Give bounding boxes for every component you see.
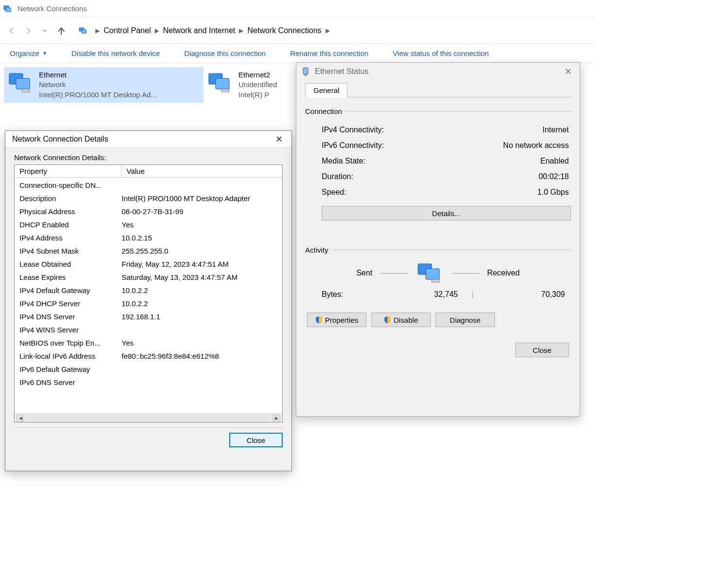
value-cell: 10.0.2.2 bbox=[122, 284, 277, 297]
adapter-status: Network bbox=[39, 80, 157, 90]
value-cell: fe80::bc25:96f3:8e84:e612%8 bbox=[122, 349, 277, 363]
value-cell bbox=[122, 363, 277, 376]
network-connections-icon bbox=[3, 4, 13, 14]
property-cell: Lease Expires bbox=[19, 271, 122, 284]
table-row[interactable]: IPv4 WINS Server bbox=[15, 323, 282, 336]
property-cell: IPv4 Subnet Mask bbox=[19, 244, 122, 257]
separator bbox=[14, 427, 283, 428]
network-connection-details-dialog: Network Connection Details ✕ Network Con… bbox=[5, 130, 292, 471]
nav-back-button[interactable] bbox=[5, 24, 18, 37]
table-row[interactable]: IPv4 DHCP Server10.0.2.2 bbox=[15, 297, 282, 310]
property-cell: Link-local IPv6 Address bbox=[19, 349, 122, 363]
breadcrumb[interactable]: ▶ Control Panel ▶ Network and Internet ▶… bbox=[75, 22, 589, 39]
connection-group-label: Connection bbox=[305, 107, 342, 115]
table-row[interactable]: IPv4 DNS Server192.168.1.1 bbox=[15, 310, 282, 323]
property-cell: IPv4 Address bbox=[19, 231, 122, 244]
adapter-icon bbox=[7, 70, 34, 94]
adapter-name: Ethernet2 bbox=[238, 70, 277, 80]
scroll-track[interactable] bbox=[25, 415, 272, 422]
properties-button[interactable]: Properties bbox=[307, 312, 366, 327]
close-icon[interactable]: ✕ bbox=[561, 66, 575, 77]
adapter-device: Intel(R) PRO/1000 MT Desktop Ad... bbox=[39, 90, 157, 100]
table-row[interactable]: IPv4 Subnet Mask255.255.255.0 bbox=[15, 244, 282, 257]
table-row[interactable]: DescriptionIntel(R) PRO/1000 MT Desktop … bbox=[15, 192, 282, 205]
value-cell bbox=[122, 323, 277, 336]
table-row[interactable]: DHCP EnabledYes bbox=[15, 218, 282, 231]
column-value[interactable]: Value bbox=[122, 165, 282, 177]
details-button[interactable]: Details... bbox=[322, 206, 571, 220]
property-cell: IPv4 DHCP Server bbox=[19, 297, 122, 310]
table-row[interactable]: Connection-specific DN... bbox=[15, 179, 282, 192]
breadcrumb-item[interactable]: Network Connections bbox=[247, 26, 321, 35]
nav-recent-dropdown[interactable] bbox=[38, 24, 52, 37]
dialog-body: General Connection IPv4 Connectivity:Int… bbox=[296, 80, 580, 416]
value-cell: Yes bbox=[122, 336, 277, 349]
ethernet-status-dialog: Ethernet Status ✕ General Connection IPv… bbox=[296, 62, 580, 417]
svg-rect-13 bbox=[426, 269, 439, 279]
table-row[interactable]: Link-local IPv6 Addressfe80::bc25:96f3:8… bbox=[15, 349, 282, 363]
table-row[interactable]: IPv6 Default Gateway bbox=[15, 363, 282, 376]
adapter-item[interactable]: Ethernet Network Intel(R) PRO/1000 MT De… bbox=[4, 67, 203, 103]
table-row[interactable]: Lease ExpiresSaturday, May 13, 2023 4:47… bbox=[15, 271, 282, 284]
table-row[interactable]: Lease ObtainedFriday, May 12, 2023 4:47:… bbox=[15, 257, 282, 271]
speed-value: 1.0 Gbps bbox=[537, 184, 569, 200]
dialog-titlebar: Ethernet Status ✕ bbox=[296, 63, 580, 80]
diagnose-button[interactable]: Diagnose bbox=[436, 312, 495, 327]
property-cell: IPv4 WINS Server bbox=[19, 323, 122, 336]
property-cell: NetBIOS over Tcpip En... bbox=[19, 336, 122, 349]
column-property[interactable]: Property bbox=[15, 165, 122, 177]
close-icon[interactable]: ✕ bbox=[273, 134, 285, 145]
bytes-label: Bytes: bbox=[322, 290, 380, 299]
value-cell bbox=[122, 376, 277, 389]
value-cell: Intel(R) PRO/1000 MT Desktop Adapter bbox=[122, 192, 277, 205]
speed-label: Speed: bbox=[322, 184, 346, 200]
nav-forward-button[interactable] bbox=[21, 24, 35, 37]
duration-label: Duration: bbox=[322, 169, 353, 184]
chevron-right-icon: ▶ bbox=[326, 27, 330, 34]
svg-rect-3 bbox=[82, 30, 86, 33]
view-status-link[interactable]: View status of this connection bbox=[393, 49, 489, 57]
adapter-text: Ethernet Network Intel(R) PRO/1000 MT De… bbox=[39, 70, 157, 100]
value-cell: Saturday, May 13, 2023 4:47:57 AM bbox=[122, 271, 277, 284]
received-label: Received bbox=[487, 269, 520, 277]
rename-connection-link[interactable]: Rename this connection bbox=[290, 49, 368, 57]
close-button[interactable]: Close bbox=[229, 433, 283, 447]
value-cell bbox=[122, 179, 277, 192]
diagnose-connection-link[interactable]: Diagnose this connection bbox=[184, 49, 266, 57]
tab-general[interactable]: General bbox=[305, 83, 347, 97]
organize-menu[interactable]: Organize ▼ bbox=[10, 49, 47, 57]
horizontal-scrollbar[interactable]: ◀ ▶ bbox=[15, 413, 282, 422]
value-cell: 10.0.2.15 bbox=[122, 231, 277, 244]
nav-up-button[interactable] bbox=[55, 24, 68, 37]
separator bbox=[380, 273, 407, 274]
chevron-right-icon: ▶ bbox=[239, 27, 243, 34]
scroll-left-button[interactable]: ◀ bbox=[17, 415, 24, 422]
table-row[interactable]: Physical Address08-00-27-7B-31-99 bbox=[15, 205, 282, 218]
tabstrip: General bbox=[305, 83, 571, 97]
navigation-bar: ▶ Control Panel ▶ Network and Internet ▶… bbox=[0, 18, 594, 44]
breadcrumb-item[interactable]: Network and Internet bbox=[163, 26, 236, 35]
breadcrumb-item[interactable]: Control Panel bbox=[104, 26, 151, 35]
duration-value: 00:02:18 bbox=[539, 169, 569, 184]
value-cell: 08-00-27-7B-31-99 bbox=[122, 205, 277, 218]
svg-rect-6 bbox=[22, 89, 30, 92]
scroll-right-button[interactable]: ▶ bbox=[273, 415, 280, 422]
separator bbox=[332, 250, 571, 250]
sent-label: Sent bbox=[356, 269, 372, 277]
table-row[interactable]: NetBIOS over Tcpip En...Yes bbox=[15, 336, 282, 349]
svg-rect-1 bbox=[6, 8, 11, 12]
media-state-label: Media State: bbox=[322, 153, 365, 169]
disable-button[interactable]: Disable bbox=[371, 312, 431, 327]
disable-device-link[interactable]: Disable this network device bbox=[72, 49, 160, 57]
table-row[interactable]: IPv4 Default Gateway10.0.2.2 bbox=[15, 284, 282, 297]
property-cell: Description bbox=[19, 192, 122, 205]
table-row[interactable]: IPv4 Address10.0.2.15 bbox=[15, 231, 282, 244]
property-cell: Physical Address bbox=[19, 205, 122, 218]
table-row[interactable]: IPv6 DNS Server bbox=[15, 376, 282, 389]
shield-icon bbox=[384, 316, 391, 324]
action-button-row: Properties Disable Diagnose bbox=[305, 312, 571, 327]
close-button[interactable]: Close bbox=[515, 343, 569, 357]
ipv6-connectivity-label: IPv6 Connectivity: bbox=[322, 138, 384, 153]
activity-graphic: Sent Received bbox=[305, 261, 571, 285]
property-cell: IPv6 Default Gateway bbox=[19, 363, 122, 376]
